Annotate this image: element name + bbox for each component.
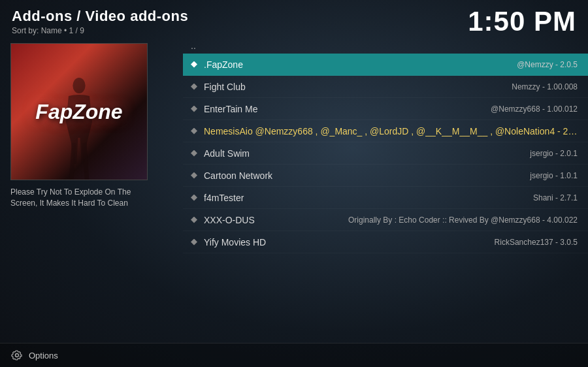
item-name: Adult Swim	[204, 148, 525, 159]
item-name: Yify Movies HD	[204, 237, 489, 247]
list-container: .FapZone@Nemzzy - 2.0.5Fight ClubNemzzy …	[183, 54, 588, 253]
list-item[interactable]: XXX-O-DUSOriginally By : Echo Coder :: R…	[183, 209, 588, 231]
addon-list[interactable]: .. .FapZone@Nemzzy - 2.0.5Fight ClubNemz…	[183, 38, 588, 343]
item-name: EnterTain Me	[204, 104, 485, 114]
list-bullet-icon	[191, 61, 197, 68]
list-item[interactable]: f4mTesterShani - 2.7.1	[183, 187, 588, 209]
item-name: f4mTester	[204, 193, 528, 203]
list-item[interactable]: Cartoon Networkjsergio - 1.0.1	[183, 165, 588, 187]
list-bullet-icon	[191, 84, 197, 90]
list-parent-item[interactable]: ..	[183, 38, 588, 54]
silhouette-image	[46, 75, 112, 180]
header-left: Add-ons / Video add-ons Sort by: Name • …	[12, 8, 188, 35]
item-meta: Shani - 2.7.1	[533, 193, 578, 202]
list-bullet-icon	[191, 150, 197, 157]
list-item[interactable]: Fight ClubNemzzy - 1.00.008	[183, 76, 588, 98]
item-meta: Originally By : Echo Coder :: Revived By…	[348, 215, 578, 225]
page-subtitle: Sort by: Name • 1 / 9	[12, 26, 188, 35]
svg-line-1	[71, 143, 74, 180]
thumbnail-inner: FapZone	[11, 44, 147, 180]
clock: 1:50 PM	[468, 8, 576, 35]
item-meta: Nemzzy - 1.00.008	[512, 82, 578, 91]
addon-thumbnail: FapZone	[10, 43, 148, 180]
page-title: Add-ons / Video add-ons	[12, 8, 188, 25]
addon-logo-text: FapZone	[35, 100, 122, 124]
item-name: .FapZone	[204, 59, 512, 70]
addon-description: Please Try Not To Explode On The Screen,…	[10, 187, 131, 209]
svg-point-0	[73, 78, 85, 93]
footer: Options	[0, 343, 588, 367]
item-meta: jsergio - 2.0.1	[530, 149, 578, 158]
item-name: NemesisAio @Nemzzy668 , @_Manc_ , @LordJ…	[204, 126, 578, 136]
list-item[interactable]: .FapZone@Nemzzy - 2.0.5	[183, 54, 588, 76]
list-bullet-icon	[191, 128, 197, 135]
item-name: XXX-O-DUS	[204, 215, 343, 225]
item-meta: RickSanchez137 - 3.0.5	[495, 238, 578, 247]
list-item[interactable]: Yify Movies HDRickSanchez137 - 3.0.5	[183, 231, 588, 253]
item-meta: @Nemzzy668 - 1.00.012	[491, 104, 578, 114]
header: Add-ons / Video add-ons Sort by: Name • …	[0, 0, 588, 38]
left-panel: FapZone Please Try Not To Explode On The…	[0, 38, 183, 343]
list-bullet-icon	[191, 217, 197, 223]
svg-line-2	[84, 143, 87, 180]
list-item[interactable]: NemesisAio @Nemzzy668 , @_Manc_ , @LordJ…	[183, 120, 588, 142]
gear-icon	[10, 349, 24, 362]
list-bullet-icon	[191, 172, 197, 179]
list-item[interactable]: Adult Swimjsergio - 2.0.1	[183, 142, 588, 165]
item-meta: jsergio - 1.0.1	[530, 171, 578, 180]
options-label[interactable]: Options	[29, 351, 58, 360]
list-bullet-icon	[191, 106, 197, 112]
item-name: Fight Club	[204, 82, 506, 92]
main-content: FapZone Please Try Not To Explode On The…	[0, 38, 588, 343]
item-meta: @Nemzzy - 2.0.5	[517, 60, 578, 69]
list-bullet-icon	[191, 195, 197, 201]
item-name: Cartoon Network	[204, 170, 525, 181]
list-item[interactable]: EnterTain Me@Nemzzy668 - 1.00.012	[183, 98, 588, 120]
list-bullet-icon	[191, 239, 197, 246]
